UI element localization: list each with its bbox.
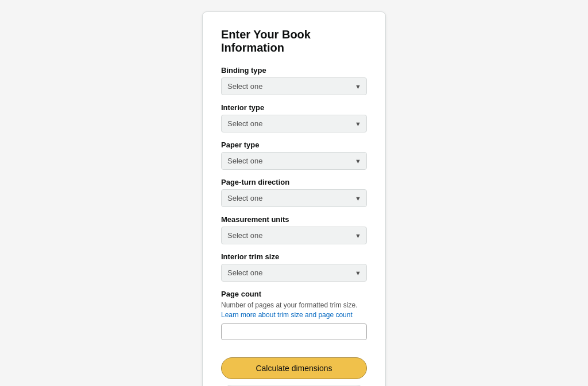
paper-type-label: Paper type <box>221 141 367 149</box>
paper-type-select-wrapper: Select one ▼ <box>221 152 367 170</box>
binding-type-select[interactable]: Select one <box>221 77 367 95</box>
page-turn-direction-label: Page-turn direction <box>221 178 367 186</box>
page-title: Enter Your Book Information <box>221 28 367 54</box>
paper-type-select[interactable]: Select one <box>221 152 367 170</box>
calculate-dimensions-button[interactable]: Calculate dimensions <box>221 357 367 379</box>
interior-type-select[interactable]: Select one <box>221 115 367 132</box>
book-info-card: Enter Your Book Information Binding type… <box>202 11 386 386</box>
binding-type-select-wrapper: Select one ▼ <box>221 77 367 95</box>
interior-trim-size-select[interactable]: Select one <box>221 264 367 282</box>
page-count-label: Page count <box>221 290 367 298</box>
page-turn-direction-field: Page-turn direction Select one ▼ <box>221 178 367 207</box>
binding-type-label: Binding type <box>221 66 367 75</box>
binding-type-field: Binding type Select one ▼ <box>221 66 367 95</box>
page-turn-direction-select[interactable]: Select one <box>221 189 367 207</box>
page-count-field: Page count Number of pages at your forma… <box>221 290 367 340</box>
page-count-learn-more-link[interactable]: Learn more about trim size and page coun… <box>221 311 367 319</box>
page-count-input[interactable] <box>221 323 367 340</box>
interior-type-label: Interior type <box>221 103 367 112</box>
paper-type-field: Paper type Select one ▼ <box>221 141 367 170</box>
interior-trim-size-label: Interior trim size <box>221 252 367 261</box>
measurement-units-select[interactable]: Select one <box>221 227 367 244</box>
measurement-units-select-wrapper: Select one ▼ <box>221 227 367 244</box>
interior-type-field: Interior type Select one ▼ <box>221 103 367 132</box>
interior-type-select-wrapper: Select one ▼ <box>221 115 367 132</box>
interior-trim-size-select-wrapper: Select one ▼ <box>221 264 367 282</box>
actions-section: Calculate dimensions Download Template R… <box>221 348 367 386</box>
measurement-units-label: Measurement units <box>221 215 367 224</box>
interior-trim-size-field: Interior trim size Select one ▼ <box>221 252 367 282</box>
page-turn-direction-select-wrapper: Select one ▼ <box>221 189 367 207</box>
measurement-units-field: Measurement units Select one ▼ <box>221 215 367 244</box>
page-count-description: Number of pages at your formatted trim s… <box>221 301 367 309</box>
